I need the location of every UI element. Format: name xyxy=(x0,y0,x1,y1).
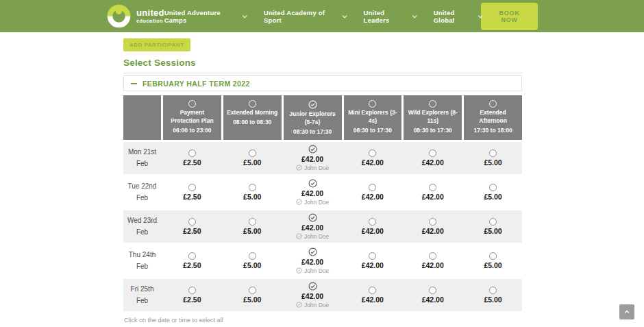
session-cell-selected[interactable]: £42.00 John Doe xyxy=(284,210,342,243)
radio-unselected-icon xyxy=(369,218,376,226)
check-circle-icon xyxy=(296,267,302,274)
column-header[interactable]: Mini Explorers (3-4s) 08:30 to 17:30 xyxy=(344,95,402,140)
nav-united-academy-of-sport[interactable]: United Academy of Sport xyxy=(264,9,345,24)
column-header[interactable]: Payment Protection Plan 06:00 to 23:00 xyxy=(163,95,221,140)
check-circle-icon xyxy=(308,145,317,154)
table-row: Tue 22ndFeb £2.50 £5.00 £42.00 John Doe … xyxy=(123,176,522,208)
radio-unselected-icon xyxy=(429,218,436,226)
session-cell[interactable]: £2.50 xyxy=(163,210,221,243)
radio-unselected-icon xyxy=(249,287,256,294)
radio-unselected-icon xyxy=(489,149,497,157)
nav-united-leaders[interactable]: United Leaders xyxy=(364,9,416,24)
session-cell-selected[interactable]: £42.00 John Doe xyxy=(284,176,342,208)
top-nav-bar: united education United Adventure Camps … xyxy=(0,0,644,32)
add-participant-button[interactable]: ADD PARTICIPANT xyxy=(123,38,190,51)
session-cell[interactable]: £5.00 xyxy=(464,279,522,311)
session-cell[interactable]: £5.00 xyxy=(223,176,282,208)
session-cell[interactable]: £2.50 xyxy=(163,142,221,174)
radio-unselected-icon xyxy=(249,100,256,108)
session-cell[interactable]: £42.00 xyxy=(344,176,402,208)
nav-united-adventure-camps[interactable]: United Adventure Camps xyxy=(164,9,246,24)
booking-content: ADD PARTICIPANT Select Sessions FEBRUARY… xyxy=(123,32,522,327)
session-cell-selected[interactable]: £42.00 John Doe xyxy=(284,245,342,277)
accordion-february-half-term: FEBRUARY HALF TERM 2022 Payment Protecti… xyxy=(123,75,522,324)
radio-unselected-icon xyxy=(489,252,497,260)
table-corner-cell xyxy=(123,95,161,140)
session-cell[interactable]: £5.00 xyxy=(223,279,282,311)
session-cell[interactable]: £42.00 xyxy=(404,176,462,208)
radio-unselected-icon xyxy=(188,149,196,157)
session-cell[interactable]: £42.00 xyxy=(404,245,462,277)
radio-unselected-icon xyxy=(369,252,376,260)
collapse-minus-icon xyxy=(131,83,137,84)
scroll-to-top-button[interactable] xyxy=(619,304,634,319)
session-cell[interactable]: £5.00 xyxy=(464,176,522,208)
session-cell-selected[interactable]: £42.00 John Doe xyxy=(284,279,342,311)
date-cell[interactable]: Thu 24thFeb xyxy=(123,245,161,277)
participant-label: John Doe xyxy=(296,267,329,274)
session-cell[interactable]: £42.00 xyxy=(344,210,402,243)
participant-label: John Doe xyxy=(296,233,329,240)
chevron-down-icon xyxy=(342,13,347,18)
table-row: Mon 21stFeb £2.50 £5.00 £42.00 John Doe … xyxy=(123,142,522,174)
table-row: Wed 23rdFeb £2.50 £5.00 £42.00 John Doe … xyxy=(123,210,522,243)
sessions-table: Payment Protection Plan 06:00 to 23:00 E… xyxy=(123,95,522,311)
divider xyxy=(123,73,522,73)
participant-label: John Doe xyxy=(296,199,329,206)
date-cell[interactable]: Wed 23rdFeb xyxy=(123,210,161,243)
radio-unselected-icon xyxy=(429,184,436,191)
session-cell[interactable]: £5.00 xyxy=(464,210,522,243)
radio-unselected-icon xyxy=(249,184,256,191)
column-header[interactable]: Wild Explorers (8-11s) 08:30 to 17:30 xyxy=(404,95,462,140)
date-cell[interactable]: Tue 22ndFeb xyxy=(123,176,161,208)
check-circle-icon xyxy=(296,165,302,171)
date-cell[interactable]: Mon 21stFeb xyxy=(123,142,161,174)
select-sessions-title: Select Sessions xyxy=(123,58,522,68)
radio-unselected-icon xyxy=(429,100,436,108)
session-cell[interactable]: £42.00 xyxy=(344,245,402,277)
session-cell[interactable]: £42.00 xyxy=(344,279,402,311)
radio-unselected-icon xyxy=(369,149,376,157)
radio-unselected-icon xyxy=(429,252,436,260)
session-cell[interactable]: £2.50 xyxy=(163,176,221,208)
radio-unselected-icon xyxy=(429,287,436,294)
book-now-button[interactable]: BOOK NOW xyxy=(481,3,538,30)
radio-unselected-icon xyxy=(369,184,376,191)
radio-unselected-icon xyxy=(188,100,196,108)
brand-logo[interactable]: united education xyxy=(106,3,164,29)
select-all-hint: Click on the date or time to select all xyxy=(124,317,522,324)
column-header[interactable]: Junior Explorers (5-7s) 08:30 to 17:30 xyxy=(284,95,342,140)
radio-unselected-icon xyxy=(489,218,497,226)
check-circle-icon xyxy=(308,179,317,188)
radio-unselected-icon xyxy=(489,100,497,108)
session-cell[interactable]: £5.00 xyxy=(223,210,282,243)
date-cell[interactable]: Fri 25thFeb xyxy=(123,279,161,311)
brand-name: united xyxy=(136,8,164,17)
session-cell[interactable]: £42.00 xyxy=(404,142,462,174)
nav-united-global[interactable]: United Global xyxy=(434,9,482,24)
session-cell[interactable]: £5.00 xyxy=(223,142,282,174)
brand-subtitle: education xyxy=(136,19,164,24)
column-header[interactable]: Extended Afternoon 17:30 to 18:00 xyxy=(464,95,522,140)
column-header[interactable]: Extended Morning 08:00 to 08:30 xyxy=(223,95,282,140)
session-cell[interactable]: £5.00 xyxy=(464,142,522,174)
radio-unselected-icon xyxy=(249,252,256,260)
radio-unselected-icon xyxy=(188,287,196,294)
check-circle-icon xyxy=(296,233,302,239)
session-cell[interactable]: £42.00 xyxy=(344,142,402,174)
session-cell[interactable]: £5.00 xyxy=(464,245,522,277)
radio-unselected-icon xyxy=(489,287,497,294)
check-circle-icon xyxy=(308,213,317,222)
accordion-header-february[interactable]: FEBRUARY HALF TERM 2022 xyxy=(123,75,522,91)
chevron-up-icon xyxy=(623,308,631,316)
check-circle-icon xyxy=(296,199,302,205)
session-cell-selected[interactable]: £42.00 John Doe xyxy=(284,142,342,174)
session-cell[interactable]: £5.00 xyxy=(223,245,282,277)
session-cell[interactable]: £2.50 xyxy=(163,245,221,277)
session-cell[interactable]: £2.50 xyxy=(163,279,221,311)
check-circle-icon xyxy=(308,100,317,109)
session-cell[interactable]: £42.00 xyxy=(404,210,462,243)
session-cell[interactable]: £42.00 xyxy=(404,279,462,311)
radio-unselected-icon xyxy=(489,184,497,191)
radio-unselected-icon xyxy=(369,287,376,294)
